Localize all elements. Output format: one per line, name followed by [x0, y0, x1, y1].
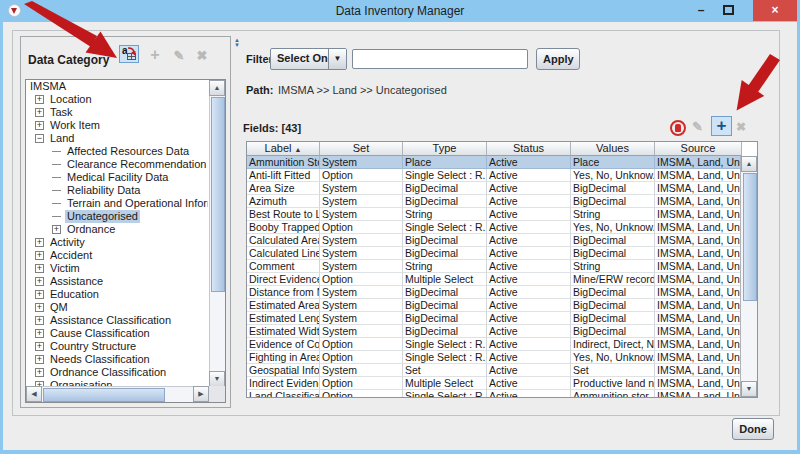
table-row[interactable]: Direct EvidenceOptionMultiple SelectActi…	[247, 273, 740, 286]
expand-icon[interactable]: +	[35, 342, 44, 351]
splitter-collapse-icons[interactable]: ▲▼	[234, 38, 240, 48]
tree-item-work-item[interactable]: +Work Item	[26, 119, 208, 132]
table-row[interactable]: Geospatial Infor...SystemSetActiveSetIMS…	[247, 364, 740, 377]
maximize-button[interactable]	[723, 5, 734, 15]
table-row[interactable]: Ammunition Stor...SystemPlaceActivePlace…	[247, 156, 740, 169]
tree-item-clearance-recommendation-d[interactable]: Clearance Recommendation D	[26, 158, 208, 171]
expand-icon[interactable]: +	[35, 355, 44, 364]
tree-item-country-structure[interactable]: +Country Structure	[26, 340, 208, 353]
table-vertical-scrollbar[interactable]: ▲ ▼	[740, 156, 757, 397]
tree-item-ordnance[interactable]: +Ordnance	[26, 223, 208, 236]
column-header-set[interactable]: Set	[320, 142, 403, 156]
column-header-values[interactable]: Values	[571, 142, 655, 156]
expand-icon[interactable]: +	[35, 238, 44, 247]
table-row[interactable]: Fighting in AreaOptionSingle Select : R.…	[247, 351, 740, 364]
table-cell: BigDecimal	[403, 299, 487, 312]
table-cell: System	[320, 286, 403, 299]
tree-item-qm[interactable]: +QM	[26, 301, 208, 314]
expand-icon[interactable]: +	[35, 277, 44, 286]
column-header-type[interactable]: Type	[403, 142, 487, 156]
expand-icon[interactable]: +	[35, 368, 44, 377]
close-button[interactable]: ×	[753, 0, 797, 21]
table-cell: Anti-lift Fitted	[247, 169, 320, 182]
tree-horizontal-scrollbar[interactable]: ◀ ▶	[26, 386, 209, 402]
table-row[interactable]: Land Classificati...OptionSingle Select …	[247, 390, 740, 397]
table-row[interactable]: CommentSystemStringActiveStringIMSMA, La…	[247, 260, 740, 273]
tree-item-ordnance-classification[interactable]: +Ordnance Classification	[26, 366, 208, 379]
add-field-icon[interactable]: +	[711, 116, 732, 136]
tree-item-task[interactable]: +Task	[26, 106, 208, 119]
table-vertical-scroll-thumb[interactable]	[743, 173, 757, 301]
table-row[interactable]: Evidence of Cont...OptionSingle Select :…	[247, 338, 740, 351]
tree-item-cause-classification[interactable]: +Cause Classification	[26, 327, 208, 340]
tree-item-needs-classification[interactable]: +Needs Classification	[26, 353, 208, 366]
add-category-icon[interactable]: +	[145, 46, 165, 64]
table-row[interactable]: Calculated Line L...SystemBigDecimalActi…	[247, 247, 740, 260]
tree-item-organisation[interactable]: +Organisation	[26, 379, 208, 386]
tree-item-education[interactable]: +Education	[26, 288, 208, 301]
minimize-button[interactable]: –	[694, 1, 708, 19]
expand-icon[interactable]: +	[35, 251, 44, 260]
edit-field-icon[interactable]: ✎	[692, 119, 703, 134]
deactivate-field-icon[interactable]	[670, 120, 686, 136]
table-row[interactable]: Indirect EvidenceOptionMultiple SelectAc…	[247, 377, 740, 390]
collapse-icon[interactable]: −	[35, 134, 44, 143]
expand-icon[interactable]: +	[35, 264, 44, 273]
expand-icon[interactable]: +	[35, 121, 44, 130]
tree-item-location[interactable]: +Location	[26, 93, 208, 106]
apply-button[interactable]: Apply	[536, 48, 580, 70]
tree-item-accident[interactable]: +Accident	[26, 249, 208, 262]
scroll-left-icon[interactable]: ◀	[26, 386, 42, 402]
expand-icon[interactable]: +	[35, 290, 44, 299]
table-row[interactable]: Booby TrappedOptionSingle Select : R...A…	[247, 221, 740, 234]
panel-splitter[interactable]: ▲▼	[233, 36, 244, 408]
expand-icon[interactable]: +	[35, 329, 44, 338]
tree-item-medical-facility-data[interactable]: Medical Facility Data	[26, 171, 208, 184]
tree-vertical-scrollbar[interactable]: ▲ ▼	[209, 80, 225, 387]
filter-text-input[interactable]	[352, 49, 528, 69]
table-row[interactable]: Distance from Ne...SystemBigDecimalActiv…	[247, 286, 740, 299]
tree-item-assistance[interactable]: +Assistance	[26, 275, 208, 288]
tree-item-affected-resources-data[interactable]: Affected Resources Data	[26, 145, 208, 158]
tree-item-land[interactable]: −Land	[26, 132, 208, 145]
delete-category-icon[interactable]: ✖	[192, 46, 212, 64]
tree-item-terrain-and-operational-inform[interactable]: Terrain and Operational Inform	[26, 197, 208, 210]
done-button[interactable]: Done	[732, 418, 774, 440]
tree-vertical-scroll-thumb[interactable]	[211, 97, 225, 292]
translate-category-icon[interactable]: a	[119, 45, 139, 63]
tree-item-uncategorised[interactable]: Uncategorised	[26, 210, 208, 223]
expand-icon[interactable]: +	[35, 303, 44, 312]
edit-category-icon[interactable]: ✎	[169, 46, 189, 64]
table-row[interactable]: Area SizeSystemBigDecimalActiveBigDecima…	[247, 182, 740, 195]
path-label: Path:	[246, 84, 274, 96]
table-row[interactable]: Calculated AreaSystemBigDecimalActiveBig…	[247, 234, 740, 247]
tree-horizontal-scroll-thumb[interactable]	[43, 388, 165, 402]
column-header-source[interactable]: Source	[655, 142, 742, 156]
scroll-up-icon[interactable]: ▲	[741, 156, 757, 172]
filter-type-dropdown[interactable]: Select One ▼	[270, 48, 347, 70]
expand-icon[interactable]: +	[35, 95, 44, 104]
scroll-up-icon[interactable]: ▲	[209, 80, 225, 96]
x-glyph: ✖	[197, 48, 208, 63]
tree-item-activity[interactable]: +Activity	[26, 236, 208, 249]
table-row[interactable]: Estimated WidthSystemBigDecimalActiveBig…	[247, 325, 740, 338]
tree-item-assistance-classification[interactable]: +Assistance Classification	[26, 314, 208, 327]
table-row[interactable]: Estimated LengthSystemBigDecimalActiveBi…	[247, 312, 740, 325]
delete-field-icon[interactable]: ✖	[736, 120, 746, 134]
table-row[interactable]: AzimuthSystemBigDecimalActiveBigDecimalI…	[247, 195, 740, 208]
table-row[interactable]: Anti-lift FittedOptionSingle Select : R.…	[247, 169, 740, 182]
tree-item-reliability-data[interactable]: Reliability Data	[26, 184, 208, 197]
tree-item-imsma[interactable]: IMSMA	[26, 80, 208, 93]
scroll-right-icon[interactable]: ▶	[193, 386, 209, 402]
tree-item-victim[interactable]: +Victim	[26, 262, 208, 275]
scroll-down-icon[interactable]: ▼	[209, 371, 225, 387]
column-header-status[interactable]: Status	[487, 142, 571, 156]
table-row[interactable]: Best Route to LandSystemStringActiveStri…	[247, 208, 740, 221]
expand-icon[interactable]: +	[52, 225, 61, 234]
expand-icon[interactable]: +	[35, 316, 44, 325]
column-header-label[interactable]: Label▲	[247, 142, 320, 156]
chevron-down-icon[interactable]: ▼	[328, 49, 346, 69]
scroll-down-icon[interactable]: ▼	[741, 381, 757, 397]
table-row[interactable]: Estimated AreaSystemBigDecimalActiveBigD…	[247, 299, 740, 312]
expand-icon[interactable]: +	[35, 108, 44, 117]
